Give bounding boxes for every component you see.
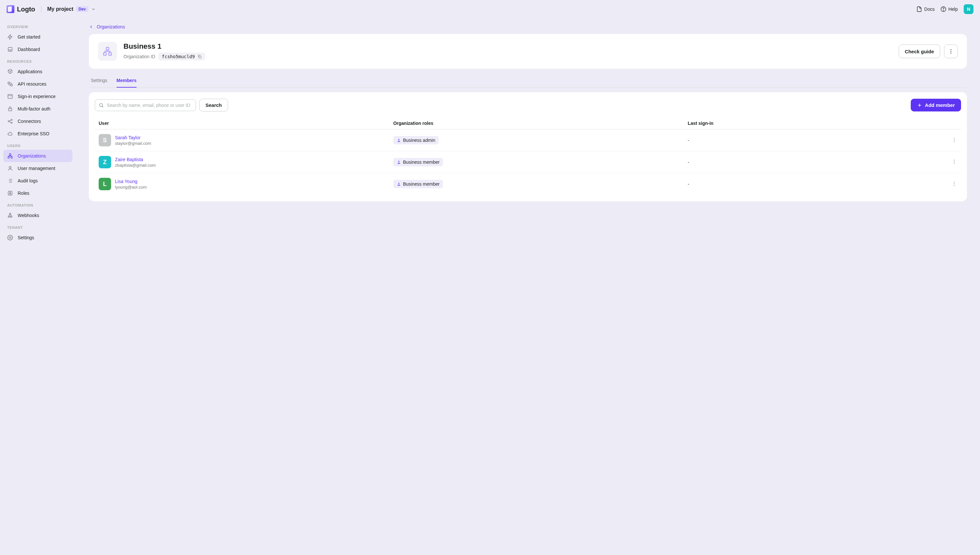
- help-link[interactable]: Help: [940, 6, 958, 12]
- sidebar-item-sign-in-experience[interactable]: Sign-in experience: [3, 90, 72, 103]
- nav-section-label: USERS: [3, 140, 72, 150]
- chevron-down-icon: [91, 7, 96, 11]
- svg-point-46: [954, 141, 954, 142]
- col-signin-header: Last sign-in: [684, 117, 892, 130]
- sidebar-item-organizations[interactable]: Organizations: [3, 150, 72, 162]
- svg-point-44: [954, 138, 954, 138]
- svg-rect-18: [11, 157, 13, 158]
- sidebar-item-label: Connectors: [18, 119, 41, 124]
- member-last-signin: -: [684, 130, 892, 151]
- org-title: Business 1: [123, 42, 892, 51]
- org-id-value: fcsho5mucld9: [162, 54, 195, 59]
- member-last-signin: -: [684, 151, 892, 173]
- row-more-button[interactable]: [951, 137, 957, 143]
- svg-rect-6: [8, 82, 10, 84]
- role-badge: Business admin: [393, 136, 439, 144]
- svg-point-51: [398, 183, 400, 184]
- plus-icon: [917, 103, 922, 108]
- sidebar-item-audit-logs[interactable]: Audit logs: [3, 175, 72, 187]
- tab-members[interactable]: Members: [117, 75, 137, 88]
- search-icon: [99, 103, 104, 108]
- members-card: Search Add member User Organization role…: [89, 92, 967, 201]
- badge-icon: [7, 190, 13, 196]
- user-avatar[interactable]: N: [964, 4, 974, 14]
- role-badge: Business member: [393, 158, 443, 166]
- member-last-signin: -: [684, 173, 892, 195]
- sidebar-item-get-started[interactable]: Get started: [3, 31, 72, 43]
- svg-point-11: [8, 120, 10, 122]
- svg-point-38: [951, 53, 951, 53]
- role-label: Business member: [403, 181, 440, 187]
- sidebar-item-enterprise-sso[interactable]: Enterprise SSO: [3, 127, 72, 140]
- member-avatar: S: [99, 134, 111, 146]
- role-badge: Business member: [393, 180, 443, 188]
- sidebar-item-settings[interactable]: Settings: [3, 231, 72, 244]
- more-vertical-icon: [951, 159, 957, 165]
- tab-settings[interactable]: Settings: [91, 75, 107, 88]
- member-name-link[interactable]: Lisa Young: [115, 179, 147, 184]
- sidebar-item-label: Webhooks: [18, 213, 39, 218]
- svg-rect-17: [8, 157, 10, 158]
- svg-point-39: [100, 103, 102, 106]
- more-vertical-icon: [951, 137, 957, 143]
- sidebar-item-label: User management: [18, 166, 55, 171]
- sidebar-item-label: Multi-factor auth: [18, 106, 50, 111]
- sidebar-item-roles[interactable]: Roles: [3, 187, 72, 199]
- sidebar-item-multi-factor-auth[interactable]: Multi-factor auth: [3, 103, 72, 115]
- copy-icon[interactable]: [197, 54, 202, 59]
- user-icon: [7, 165, 13, 171]
- help-label: Help: [948, 6, 958, 12]
- api-icon: [7, 81, 13, 87]
- member-name-link[interactable]: Sarah Taylor: [115, 135, 151, 140]
- project-picker[interactable]: My project Dev: [47, 6, 96, 12]
- role-user-icon: [396, 160, 401, 164]
- svg-point-54: [954, 185, 954, 186]
- col-roles-header: Organization roles: [389, 117, 684, 130]
- svg-point-30: [10, 213, 11, 215]
- breadcrumb-label: Organizations: [97, 24, 125, 29]
- sidebar-item-dashboard[interactable]: Dashboard: [3, 43, 72, 56]
- nav-section-label: TENANT: [3, 221, 72, 231]
- sidebar-item-label: Audit logs: [18, 178, 38, 183]
- sidebar-item-connectors[interactable]: Connectors: [3, 115, 72, 127]
- hook-icon: [7, 212, 13, 218]
- nav-section-label: RESOURCES: [3, 56, 72, 65]
- svg-point-50: [954, 163, 954, 164]
- member-email: zbaptista@gmail.com: [115, 163, 155, 168]
- org-more-button[interactable]: [944, 45, 958, 58]
- svg-point-28: [8, 216, 10, 218]
- sidebar-item-user-management[interactable]: User management: [3, 162, 72, 175]
- member-name-link[interactable]: Zaire Baptista: [115, 157, 155, 162]
- sidebar-item-api-resources[interactable]: API resources: [3, 78, 72, 90]
- content: Organizations Business 1 Organization ID…: [76, 18, 980, 555]
- more-vertical-icon: [948, 48, 954, 54]
- row-more-button[interactable]: [951, 159, 957, 165]
- docs-icon: [916, 6, 922, 12]
- check-guide-button[interactable]: Check guide: [898, 45, 940, 58]
- svg-line-14: [9, 120, 11, 121]
- row-more-button[interactable]: [951, 181, 957, 187]
- logo[interactable]: Logto: [6, 5, 35, 13]
- svg-rect-33: [104, 53, 106, 55]
- list-icon: [7, 178, 13, 184]
- role-label: Business member: [403, 159, 440, 165]
- org-tree-icon: [102, 46, 113, 56]
- svg-point-47: [398, 161, 400, 162]
- add-member-button[interactable]: Add member: [911, 99, 961, 111]
- docs-link[interactable]: Docs: [916, 6, 935, 12]
- sidebar: OVERVIEWGet startedDashboardRESOURCESApp…: [0, 18, 76, 555]
- divider: [41, 6, 42, 13]
- search-button[interactable]: Search: [199, 99, 228, 111]
- sidebar-item-applications[interactable]: Applications: [3, 65, 72, 78]
- breadcrumb-back[interactable]: Organizations: [89, 22, 967, 34]
- member-email: staylor@gmail.com: [115, 141, 151, 146]
- members-table: User Organization roles Last sign-in SSa…: [95, 117, 961, 195]
- svg-marker-2: [8, 35, 12, 40]
- svg-rect-7: [11, 84, 13, 86]
- lock-icon: [7, 106, 13, 112]
- sidebar-item-label: API resources: [18, 82, 46, 87]
- members-search-input[interactable]: [95, 99, 196, 111]
- sidebar-item-webhooks[interactable]: Webhooks: [3, 209, 72, 221]
- sidebar-item-label: Dashboard: [18, 47, 40, 52]
- logo-text: Logto: [17, 6, 35, 13]
